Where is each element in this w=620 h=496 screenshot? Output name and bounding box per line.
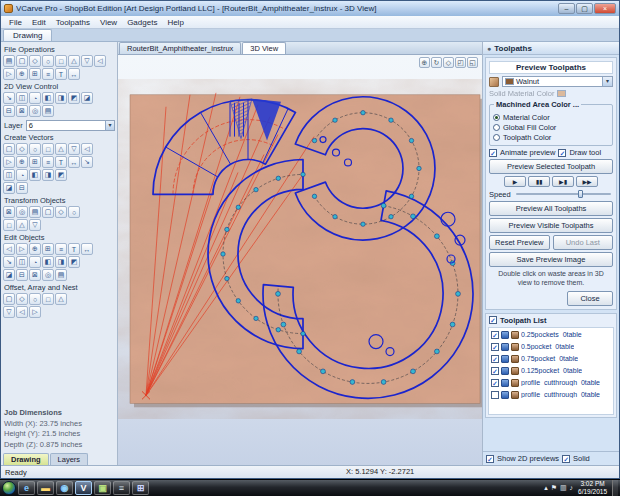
- array-icon[interactable]: ◇: [16, 293, 28, 305]
- network-icon[interactable]: ▥: [560, 484, 567, 492]
- toolpath-item[interactable]: ✓0.75pocket_0table: [491, 353, 611, 365]
- zoom-out-icon[interactable]: ◫: [16, 92, 28, 104]
- show-2d-previews-checkbox[interactable]: ✓: [486, 455, 494, 463]
- join-vectors-icon[interactable]: ⊞: [42, 243, 54, 255]
- rotate-view-icon[interactable]: ↻: [431, 57, 442, 68]
- weld-icon[interactable]: ↘: [3, 256, 15, 268]
- nest-parts-icon[interactable]: □: [42, 293, 54, 305]
- toolpath-checkbox[interactable]: ✓: [491, 355, 499, 363]
- snap-icon[interactable]: ▤: [55, 269, 67, 281]
- zoom-extents-icon[interactable]: ⊕: [419, 57, 430, 68]
- toolpath-checkbox[interactable]: ✓: [491, 331, 499, 339]
- node-editing-icon[interactable]: ▷: [16, 243, 28, 255]
- offset-icon[interactable]: ▢: [3, 293, 15, 305]
- text-spacing-icon[interactable]: ◩: [55, 169, 67, 181]
- layer-dropdown[interactable]: 6▾: [26, 120, 115, 131]
- document-tab-routerbit-amphitheater-instrux[interactable]: RouterBit_Amphitheater_instrux: [119, 42, 241, 54]
- paste-along-icon[interactable]: ▽: [3, 306, 15, 318]
- toolpath-checkbox[interactable]: ✓: [491, 367, 499, 375]
- paste-icon[interactable]: ▷: [3, 68, 15, 80]
- toolpath-item[interactable]: ✓0.25pockets_0table: [491, 329, 611, 341]
- animate-preview-checkbox[interactable]: ✓: [489, 149, 497, 157]
- measure-tool-icon[interactable]: ⊕: [29, 243, 41, 255]
- radio-toolpath-color[interactable]: [493, 134, 500, 141]
- menu-gadgets[interactable]: Gadgets: [122, 18, 162, 27]
- menu-view[interactable]: View: [95, 18, 122, 27]
- speed-slider-thumb[interactable]: [578, 190, 583, 198]
- rotate-icon[interactable]: ◎: [16, 206, 28, 218]
- trim-icon[interactable]: ↘: [81, 156, 93, 168]
- top-view-icon[interactable]: ◰: [455, 57, 466, 68]
- dimension-icon[interactable]: ≡: [42, 156, 54, 168]
- preview-visible-toolpaths-button[interactable]: Preview Visible Toolpaths: [489, 218, 613, 233]
- new-file-icon[interactable]: ▤: [3, 55, 15, 67]
- menu-edit[interactable]: Edit: [27, 18, 51, 27]
- ungroup-icon[interactable]: △: [16, 219, 28, 231]
- previous-view-icon[interactable]: ◩: [68, 92, 80, 104]
- rulers-icon[interactable]: ◎: [29, 105, 41, 117]
- ellipse-icon[interactable]: ◇: [16, 143, 28, 155]
- menu-toolpaths[interactable]: Toolpaths: [51, 18, 95, 27]
- draw-text-icon[interactable]: ◫: [3, 169, 15, 181]
- toolpath-item[interactable]: ✓0.5pocket_0table: [491, 341, 611, 353]
- circular-array-icon[interactable]: ▷: [29, 306, 41, 318]
- calculator-icon[interactable]: ⊞: [132, 481, 149, 495]
- toolpath-item[interactable]: ✓0.125pocket_0table: [491, 365, 611, 377]
- internet-explorer-icon[interactable]: e: [18, 481, 35, 495]
- undo-last-button[interactable]: Undo Last: [553, 235, 614, 250]
- snap-grid-icon[interactable]: ⊠: [16, 105, 28, 117]
- open-file-icon[interactable]: ▢: [16, 55, 28, 67]
- redo-icon[interactable]: ⊞: [29, 68, 41, 80]
- scale-icon[interactable]: ▤: [29, 206, 41, 218]
- intersect-icon[interactable]: ◔: [29, 256, 41, 268]
- iso-view-icon[interactable]: ◇: [443, 57, 454, 68]
- move-icon[interactable]: ⊠: [3, 206, 15, 218]
- text-block-icon[interactable]: ◔: [16, 169, 28, 181]
- help-icon[interactable]: ↔: [68, 68, 80, 80]
- star-icon[interactable]: △: [55, 143, 67, 155]
- subtract-icon[interactable]: ◫: [16, 256, 28, 268]
- hidden-icons-icon[interactable]: ▴: [544, 484, 548, 492]
- undo-icon[interactable]: ⊕: [16, 68, 28, 80]
- node-edit-icon[interactable]: T: [55, 156, 67, 168]
- export-vectors-icon[interactable]: □: [55, 55, 67, 67]
- document-tab-3d-view[interactable]: 3D View: [242, 42, 286, 54]
- offset-vectors-icon[interactable]: ◪: [3, 269, 15, 281]
- front-view-icon[interactable]: ◱: [467, 57, 478, 68]
- save-file-icon[interactable]: ◇: [29, 55, 41, 67]
- close-button[interactable]: Close: [567, 291, 613, 306]
- array-copy-icon[interactable]: ▽: [29, 219, 41, 231]
- scissors-icon[interactable]: ⊠: [29, 269, 41, 281]
- radio-material-color[interactable]: [493, 114, 500, 121]
- menu-file[interactable]: File: [4, 18, 27, 27]
- pin-icon[interactable]: ●: [487, 45, 491, 52]
- auto-layout-text-icon[interactable]: ◧: [29, 169, 41, 181]
- notepad-icon[interactable]: ≡: [113, 481, 130, 495]
- job-setup-icon[interactable]: ≡: [42, 68, 54, 80]
- eraser-icon[interactable]: ◎: [42, 269, 54, 281]
- pause-button[interactable]: ▮▮: [528, 176, 550, 187]
- block-array-icon[interactable]: ◁: [16, 306, 28, 318]
- notes-icon[interactable]: T: [55, 68, 67, 80]
- toggle-grid-icon[interactable]: ⊟: [3, 105, 15, 117]
- measure-icon[interactable]: ↔: [68, 156, 80, 168]
- toolpath-checkbox[interactable]: [491, 391, 499, 399]
- vector-texture-icon[interactable]: ⊞: [29, 156, 41, 168]
- circle-icon[interactable]: ▢: [3, 143, 15, 155]
- select-icon[interactable]: ◁: [3, 243, 15, 255]
- action-center-icon[interactable]: ⚑: [551, 484, 557, 492]
- minimize-button[interactable]: –: [558, 3, 575, 14]
- close-vector-icon[interactable]: ≡: [55, 243, 67, 255]
- slice-icon[interactable]: ◧: [42, 256, 54, 268]
- close-window-button[interactable]: ×: [594, 3, 616, 14]
- show-desktop-button[interactable]: [612, 480, 618, 496]
- polygon-icon[interactable]: □: [42, 143, 54, 155]
- mirror-icon[interactable]: ▢: [42, 206, 54, 218]
- clock[interactable]: 3:02 PM 6/19/2015: [576, 480, 609, 496]
- distort-icon[interactable]: ◇: [55, 206, 67, 218]
- extend-icon[interactable]: ↔: [81, 243, 93, 255]
- maximize-button[interactable]: ▢: [576, 3, 593, 14]
- polyline-icon[interactable]: ▽: [68, 143, 80, 155]
- toolpath-item[interactable]: ✓profile_cutthrough_0table: [491, 377, 611, 389]
- preview-all-toolpaths-button[interactable]: Preview All Toolpaths: [489, 201, 613, 216]
